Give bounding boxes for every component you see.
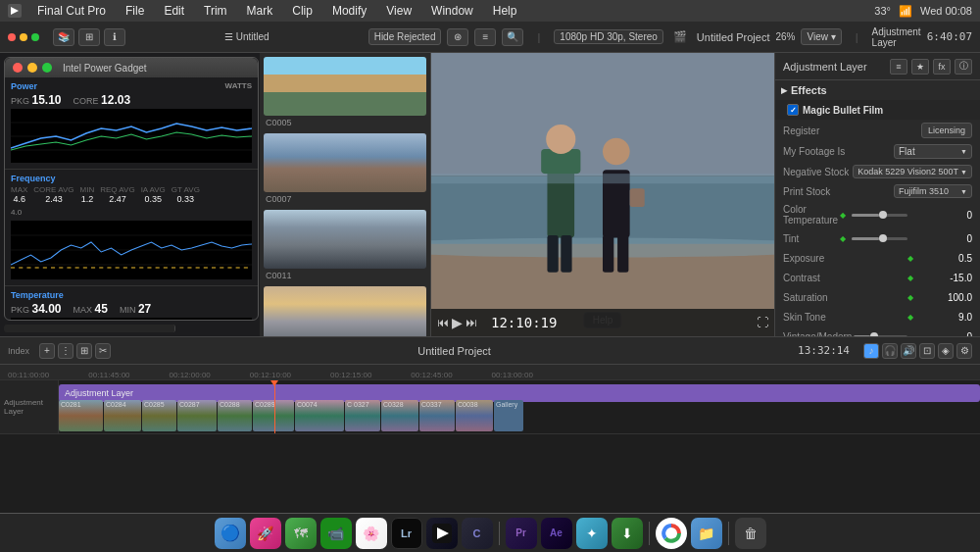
strip-c0287[interactable]: C0287 xyxy=(177,400,217,431)
clip-c0011[interactable]: C0011 xyxy=(264,210,426,280)
dock-finder[interactable]: 🔵 xyxy=(215,518,246,549)
dock-maps[interactable]: 🗺 xyxy=(285,518,317,549)
dock-chrome[interactable] xyxy=(656,518,687,549)
footage-dropdown[interactable]: Flat ▼ xyxy=(894,144,972,159)
power-section: Power WATTS PKG 15.10 CORE 12.03 xyxy=(5,77,258,170)
menu-file[interactable]: File xyxy=(122,2,148,20)
exposure-row: Exposure ◆ 0.5 xyxy=(775,248,980,268)
window-minimize[interactable] xyxy=(20,33,27,41)
clip-c0021[interactable]: C0021 xyxy=(264,286,426,336)
temp-chart xyxy=(11,318,252,321)
dropdown-chevron-3: ▼ xyxy=(960,188,967,195)
menu-trim[interactable]: Trim xyxy=(200,2,231,20)
menu-help[interactable]: Help xyxy=(489,2,521,20)
track-content-adjustment[interactable]: Adjustment Layer C0281 C0284 C0285 xyxy=(59,380,980,433)
gadget-close[interactable] xyxy=(13,63,23,73)
menu-window[interactable]: Window xyxy=(427,2,477,20)
inspector-info-btn[interactable]: ⓘ xyxy=(955,59,972,75)
play-next-btn[interactable]: ⏭ xyxy=(466,316,477,329)
dock-finder2[interactable]: 📁 xyxy=(691,518,722,549)
footage-row: My Footage Is Flat ▼ xyxy=(775,141,980,162)
clip-c0005[interactable]: C0005 xyxy=(264,57,426,127)
dock-affinity[interactable]: ✦ xyxy=(576,518,608,549)
timeline-blade-btn[interactable]: ✂ xyxy=(95,343,111,359)
inspector-star-btn[interactable]: ★ xyxy=(911,59,929,75)
vintage-row: Vintage/Modern 0 xyxy=(775,326,980,336)
timeline-volume[interactable]: 🔊 xyxy=(901,343,916,359)
window-controls[interactable] xyxy=(8,33,39,41)
browser-btn[interactable]: ⊞ xyxy=(78,28,100,46)
dock-after-effects[interactable]: Ae xyxy=(541,518,572,549)
ruler-tick-4: 00:12:10:00 xyxy=(250,371,291,379)
inspector-view-btn[interactable]: ≡ xyxy=(890,59,907,75)
filter-btn[interactable]: ⊛ xyxy=(447,28,468,46)
adjustment-track: Adjustment Layer Adjustment Layer C0281 … xyxy=(0,380,980,434)
magic-bullet-header[interactable]: ✓ Magic Bullet Film xyxy=(775,100,980,120)
menu-view[interactable]: View xyxy=(382,2,416,20)
strip-c0328[interactable]: C0328 xyxy=(381,400,418,431)
strip-c0288[interactable]: C0288 xyxy=(218,400,252,431)
window-maximize[interactable] xyxy=(31,33,39,41)
fullscreen-btn[interactable]: ⛶ xyxy=(757,316,768,329)
timeline-view-audio[interactable]: ♪ xyxy=(863,343,879,359)
print-stock-dropdown[interactable]: Fujifilm 3510 ▼ xyxy=(894,184,972,198)
strip-c0289[interactable]: C0289 xyxy=(253,400,294,431)
inspector-icons: ≡ ★ fx ⓘ xyxy=(890,59,972,75)
play-prev-btn[interactable]: ⏮ xyxy=(437,316,449,329)
negative-stock-dropdown[interactable]: Kodak 5229 Vision2 500T ▼ xyxy=(853,165,972,178)
menu-modify[interactable]: Modify xyxy=(328,2,370,20)
tint-slider[interactable] xyxy=(852,237,908,240)
menu-mark[interactable]: Mark xyxy=(243,2,277,20)
menu-clip[interactable]: Clip xyxy=(288,2,317,20)
playhead[interactable] xyxy=(274,380,275,433)
dock-transloader[interactable]: ⬇ xyxy=(612,518,643,549)
timeline-add-btn[interactable]: + xyxy=(39,343,55,359)
dock-lightroom[interactable]: Lr xyxy=(391,518,422,549)
search-btn[interactable]: 🔍 xyxy=(502,28,523,46)
magic-bullet-checkbox[interactable]: ✓ xyxy=(787,104,799,116)
timeline-headphones[interactable]: 🎧 xyxy=(882,343,898,359)
dock-compressor[interactable]: C xyxy=(462,518,493,549)
timeline-options-btn[interactable]: ⋮ xyxy=(58,343,74,359)
gadget-maximize[interactable] xyxy=(42,63,52,73)
clip-c0007[interactable]: C0007 xyxy=(264,133,426,204)
strip-c0074[interactable]: C0074 xyxy=(295,400,344,431)
timeline-skimmer[interactable]: ◈ xyxy=(938,343,954,359)
strip-c0337[interactable]: C0337 xyxy=(419,400,455,431)
sort-btn[interactable]: ≡ xyxy=(474,28,496,46)
color-temp-row: Color Temperature ◆ 0 xyxy=(775,201,980,228)
strip-c0327[interactable]: C 0327 xyxy=(345,400,380,431)
dock-trash[interactable]: 🗑 xyxy=(735,518,766,549)
play-button[interactable]: ▶ xyxy=(452,315,463,330)
menu-edit[interactable]: Edit xyxy=(160,2,188,20)
library-btn[interactable]: 📚 xyxy=(53,28,74,46)
dock-launchpad[interactable]: 🚀 xyxy=(250,518,281,549)
dock-facetime[interactable]: 📹 xyxy=(320,518,352,549)
timeline-snapping[interactable]: ⊡ xyxy=(919,343,935,359)
inspector-btn[interactable]: ℹ xyxy=(104,28,125,46)
dock-photos[interactable]: 🌸 xyxy=(356,518,387,549)
inspector-fx-btn[interactable]: fx xyxy=(933,59,951,75)
strip-c0285[interactable]: C0285 xyxy=(142,400,176,431)
strip-c0288-label: C0288 xyxy=(220,401,240,408)
window-close[interactable] xyxy=(8,33,16,41)
dock-premiere[interactable]: Pr xyxy=(506,518,537,549)
hide-rejected-button[interactable]: Hide Rejected xyxy=(368,28,442,45)
strip-c0284[interactable]: C0284 xyxy=(104,400,141,431)
timeline-settings[interactable]: ⚙ xyxy=(956,343,972,359)
menu-final-cut-pro[interactable]: Final Cut Pro xyxy=(33,2,110,20)
dock-fcp[interactable] xyxy=(426,518,458,549)
strip-c0038[interactable]: C0038 xyxy=(456,400,493,431)
gadget-minimize[interactable] xyxy=(27,63,37,73)
view-button[interactable]: View ▾ xyxy=(801,28,841,45)
strip-gallery[interactable]: Gallery xyxy=(494,400,523,431)
strip-c0281[interactable]: C0281 xyxy=(59,400,103,431)
clip-label-c0005: C0005 xyxy=(264,118,426,127)
library-untitled[interactable]: 📁 Untitled xyxy=(4,328,174,332)
effects-header[interactable]: ▶ Effects xyxy=(775,80,980,100)
color-temp-slider[interactable] xyxy=(852,214,908,217)
timeline-zoom-btn[interactable]: ⊞ xyxy=(76,343,92,359)
licensing-button[interactable]: Licensing xyxy=(921,123,972,138)
strip-c0327-label: C 0327 xyxy=(347,401,369,408)
vintage-slider[interactable] xyxy=(854,335,907,337)
